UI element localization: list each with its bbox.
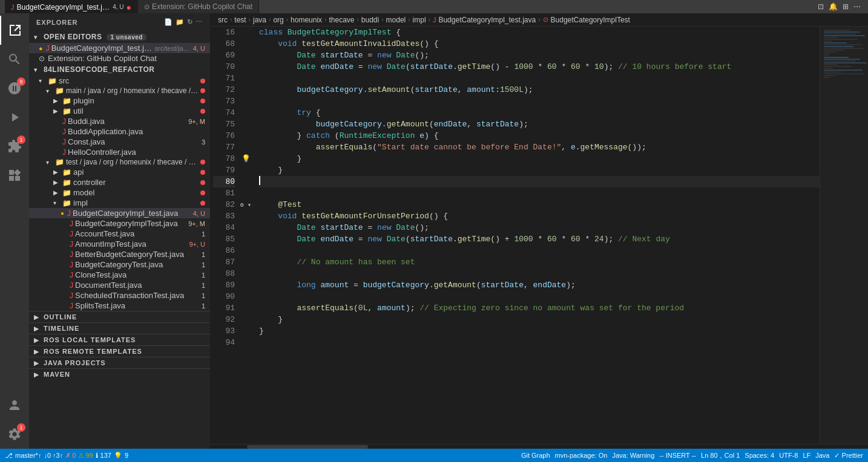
test-label: test / java / org / homeunix / thecave /…: [66, 158, 199, 166]
impl-folder[interactable]: 📁 impl: [29, 198, 210, 208]
breadcrumb-buddi[interactable]: buddi: [361, 16, 379, 24]
code-editor[interactable]: class BudgetCategoryImplTest { void test…: [252, 27, 820, 444]
buddi-app-java[interactable]: J BuddiApplication.java: [29, 126, 210, 137]
breadcrumb-test[interactable]: test: [234, 16, 246, 24]
activity-extensions[interactable]: 1: [0, 132, 29, 161]
language-mode[interactable]: Java: [815, 452, 829, 459]
breadcrumb-org[interactable]: org: [273, 16, 283, 24]
src-folder[interactable]: 📁 src: [29, 76, 210, 86]
more-icon[interactable]: ⋯: [853, 2, 861, 11]
indentation[interactable]: Spaces: 4: [745, 452, 774, 459]
document-test[interactable]: J DocumentTest.java 1: [29, 280, 210, 290]
main-folder[interactable]: 📁 main / java / org / homeunix / thecave…: [29, 86, 210, 96]
breadcrumb-class-icon: ⊙: [543, 16, 548, 24]
open-editors-header[interactable]: OPEN EDITORS 1 unsaved: [29, 31, 210, 43]
plugin-dot: [200, 99, 205, 103]
new-folder-icon[interactable]: 📁: [176, 18, 185, 26]
eol[interactable]: LF: [803, 452, 810, 459]
prettier-status[interactable]: ✓ Prettier: [834, 452, 863, 460]
activity-run[interactable]: [0, 103, 29, 132]
plugin-folder[interactable]: 📁 plugin: [29, 96, 210, 106]
clone-test[interactable]: J CloneTest.java 1: [29, 270, 210, 280]
splits-test-label: SplitsTest.java: [75, 301, 200, 310]
controller-folder[interactable]: 📁 controller: [29, 177, 210, 187]
const-java[interactable]: J Const.java 3: [29, 137, 210, 147]
activity-explorer[interactable]: [0, 16, 29, 45]
budget-cat-test[interactable]: J BudgetCategoryTest.java 1: [29, 259, 210, 270]
info-count[interactable]: ℹ 137: [96, 452, 111, 460]
tab-name-copilot: Extension: GitHub Copilot Chat: [152, 2, 252, 11]
activity-git[interactable]: 8: [0, 74, 29, 103]
breadcrumb-model[interactable]: model: [386, 16, 406, 24]
settings-icon[interactable]: ⊡: [818, 2, 824, 11]
code-action-icon[interactable]: ⚙ ▾: [240, 199, 252, 210]
hints-count[interactable]: 💡 9: [114, 452, 128, 460]
breadcrumb-thecave[interactable]: thecave: [329, 16, 354, 24]
budget-cat-impl-test[interactable]: ● J BudgetCategoryImpl_test.java 4, U: [29, 208, 210, 218]
breadcrumb-homeunix[interactable]: homeunix: [291, 16, 322, 24]
git-graph[interactable]: Git Graph: [521, 452, 550, 459]
open-editor-item-1[interactable]: ● J BudgetCategoryImpl_test.java src/tes…: [29, 43, 210, 53]
hints-label: 9: [125, 452, 128, 459]
ros-local-section[interactable]: ROS LOCAL TEMPLATES: [29, 334, 210, 345]
const-java-icon: J: [62, 138, 66, 146]
activity-remote[interactable]: [0, 161, 29, 190]
model-folder[interactable]: 📁 model: [29, 187, 210, 198]
timeline-section[interactable]: TIMELINE: [29, 322, 210, 334]
cursor-line[interactable]: Ln 80, Col 1: [701, 452, 740, 459]
git-branch[interactable]: ⎇ master*↑: [5, 452, 41, 460]
maven-section[interactable]: MAVEN: [29, 368, 210, 380]
amount-imp-test[interactable]: J AmountImpTest.java 9+, U: [29, 239, 210, 249]
error-count[interactable]: ✗ 0: [65, 452, 76, 460]
hello-controller-java[interactable]: J HelloController.java: [29, 147, 210, 157]
code-line-70: Date endDate = new Date(startDate.getTim…: [259, 61, 820, 73]
git-sync[interactable]: ↓0 ↑3↑: [44, 452, 63, 459]
lightbulb-icon[interactable]: 💡: [240, 153, 252, 164]
hint-icon: 💡: [114, 452, 122, 460]
mvn-status[interactable]: mvn-package: On: [555, 452, 608, 459]
buddi-app-label: BuddiApplication.java: [68, 127, 210, 136]
api-folder[interactable]: 📁 api: [29, 167, 210, 177]
activity-settings[interactable]: 1: [0, 420, 29, 449]
scheduled-test[interactable]: J ScheduledTransactionTest.java 1: [29, 290, 210, 301]
title-bar-right-icons: ⊡ 🔔 ⊞ ⋯: [818, 2, 863, 11]
account-test-java[interactable]: J AccountTest.java 1: [29, 229, 210, 239]
scrollbar-area[interactable]: [211, 444, 868, 449]
editor-content[interactable]: 16 68 69 70 71 72 73 74 75 76 77 78: [211, 27, 868, 444]
open-editor-item-2[interactable]: ⊙ Extension: GitHub Copilot Chat: [29, 53, 210, 63]
encoding[interactable]: UTF-8: [779, 452, 798, 459]
budget-cat-impl-test2[interactable]: J BudgetCategoryImplTest.java 9+, M: [29, 218, 210, 229]
util-folder[interactable]: 📁 util: [29, 106, 210, 116]
notifications-icon[interactable]: 🔔: [829, 2, 838, 11]
ln-71: 71: [213, 73, 235, 84]
activity-search[interactable]: [0, 45, 29, 74]
outline-section[interactable]: OUTLINE: [29, 311, 210, 322]
minimap[interactable]: [820, 27, 868, 444]
test-chevron: [46, 159, 53, 166]
horizontal-scrollbar[interactable]: [247, 445, 368, 449]
new-file-icon[interactable]: 📄: [164, 18, 173, 26]
account-test-badge: 1: [202, 230, 210, 238]
insert-mode[interactable]: -- INSERT --: [659, 452, 696, 459]
java-warning-label: Java: Warning: [612, 452, 654, 459]
collapse-all-icon[interactable]: ⋯: [196, 18, 203, 26]
ln-82: 82: [213, 199, 235, 210]
col-label: Col 1: [725, 452, 740, 459]
activity-accounts[interactable]: [0, 391, 29, 420]
java-projects-section[interactable]: JAVA PROJECTS: [29, 357, 210, 368]
java-warning[interactable]: Java: Warning: [612, 452, 654, 459]
breadcrumb-src[interactable]: src: [218, 16, 228, 24]
project-root-header[interactable]: 84LINESOFCODE_REFACTOR: [29, 63, 210, 76]
breadcrumb-java[interactable]: java: [253, 16, 266, 24]
breadcrumb-impl[interactable]: impl: [413, 16, 426, 24]
buddi-java[interactable]: J Buddi.java 9+, M: [29, 116, 210, 126]
warning-count[interactable]: ⚠ 99: [78, 452, 93, 460]
better-budget-test[interactable]: J BetterBudgetCategoryTest.java 1: [29, 249, 210, 259]
ros-remote-section[interactable]: ROS REMOTE TEMPLATES: [29, 345, 210, 357]
test-folder[interactable]: 📁 test / java / org / homeunix / thecave…: [29, 157, 210, 167]
splits-test[interactable]: J SplitsTest.java 1: [29, 301, 210, 311]
breadcrumb-file[interactable]: BudgetCategoryImpl_test.java: [438, 16, 536, 24]
code-line-81: [259, 187, 820, 199]
layout-icon[interactable]: ⊞: [843, 2, 849, 11]
refresh-icon[interactable]: ↻: [187, 18, 193, 26]
